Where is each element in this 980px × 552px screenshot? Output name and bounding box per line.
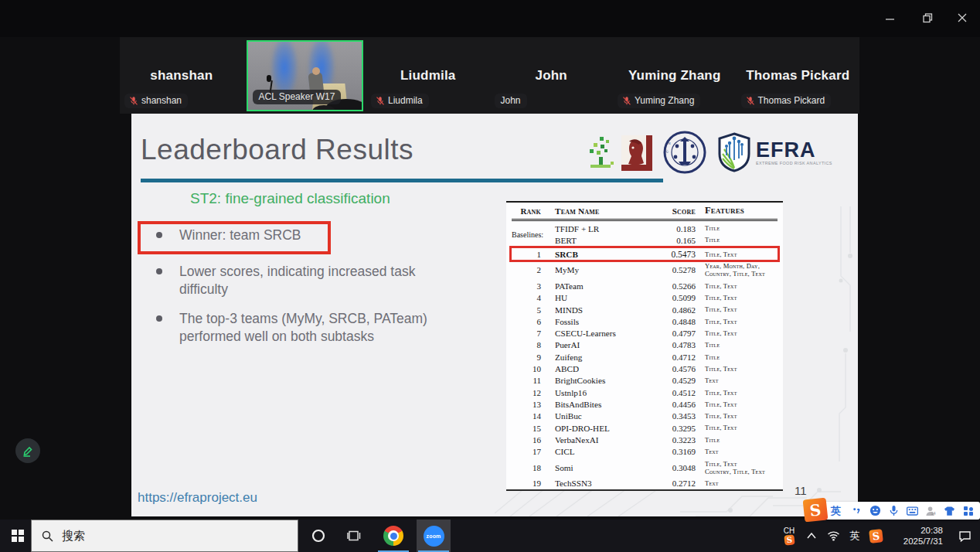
- cell-rank: 12: [512, 388, 546, 397]
- language-indicator[interactable]: 英: [844, 529, 866, 543]
- cell-features: Title, Text: [705, 412, 778, 420]
- table-row: 2MyMy0.5278Year, Month, Day,Country, Tit…: [512, 260, 778, 280]
- cell-rank: 11: [512, 376, 546, 385]
- column-header-score: Score: [646, 206, 696, 216]
- clock[interactable]: 20:38 2025/7/31: [892, 525, 943, 547]
- task-view-button[interactable]: [336, 520, 372, 552]
- sogou-logo-button[interactable]: S: [803, 498, 829, 523]
- sogou-ime-button[interactable]: S: [866, 530, 886, 543]
- cell-team: Ustnlp16: [555, 388, 646, 397]
- restore-icon: [923, 13, 933, 23]
- profile-button[interactable]: 34: [925, 505, 937, 516]
- cell-rank: 6: [512, 317, 546, 326]
- participant-tile[interactable]: LiudmilaLiudmila: [366, 37, 490, 114]
- cell-features: Title, Text: [705, 294, 778, 302]
- cell-rank: 10: [512, 364, 546, 373]
- sogou-toolbar: 英 34: [818, 502, 980, 520]
- cell-team: ABCD: [555, 364, 646, 373]
- ime-mode-indicator[interactable]: CH S: [778, 526, 801, 545]
- feature-line: Title, Text: [705, 282, 778, 290]
- wifi-button[interactable]: [822, 530, 844, 541]
- annotate-button[interactable]: [15, 438, 40, 463]
- participant-name: Thomas Pickard: [737, 68, 860, 83]
- cell-score: 0.4712: [646, 353, 696, 362]
- emoji-icon: [869, 505, 881, 516]
- feature-line: Title, Text: [705, 400, 778, 408]
- feature-line: Country, Title, Text: [705, 468, 778, 475]
- cell-score: 0.3295: [646, 424, 696, 433]
- minimize-button[interactable]: [877, 8, 903, 28]
- bullet-dot-icon: [156, 232, 162, 238]
- participant-chip-label: Thomas Pickard: [758, 95, 825, 106]
- participant-chip-label: John: [501, 95, 521, 106]
- close-button[interactable]: [949, 8, 975, 28]
- cell-team: OPI-DRO-HEL: [555, 424, 646, 433]
- action-center-button[interactable]: [949, 530, 980, 542]
- column-header-features: Features: [705, 205, 778, 216]
- sogou-lang-button[interactable]: 英: [831, 504, 844, 518]
- punctuation-icon: [852, 506, 862, 516]
- zoom-taskbar-button[interactable]: zoom: [417, 520, 451, 552]
- bullet-text: Winner: team SRCB: [179, 227, 301, 243]
- feature-line: Title, Text: [705, 329, 778, 337]
- svg-text:N: N: [668, 141, 671, 145]
- baselines-label: Baselines:: [512, 230, 546, 239]
- skin-button[interactable]: [944, 505, 955, 516]
- baselines-block: Baselines:TFIDF + LR0.183TitleBERT0.165T…: [512, 221, 778, 248]
- voice-input-button[interactable]: [888, 505, 900, 516]
- participant-tile[interactable]: ACL Speaker W17: [243, 37, 367, 114]
- participant-tile[interactable]: Yuming ZhangYuming Zhang: [613, 37, 737, 114]
- cell-score: 0.4862: [646, 305, 696, 315]
- cell-team: TechSSN3: [555, 479, 646, 488]
- feature-line: Title, Text: [705, 305, 778, 313]
- cell-rank: 13: [512, 400, 546, 409]
- cell-score: 0.3048: [646, 463, 696, 472]
- cell-rank: 8: [512, 340, 546, 349]
- chrome-icon: [383, 526, 403, 546]
- cell-features: Text: [705, 377, 778, 384]
- punctuation-button[interactable]: [851, 505, 863, 516]
- cell-features: Title, TextCountry, Title, Text: [705, 460, 778, 475]
- restore-button[interactable]: [914, 8, 941, 28]
- logo-row: UN EFRA: [587, 131, 850, 174]
- table-row: 16VerbaNexAI0.3223Title: [512, 434, 778, 445]
- cell-features: Title, Text: [705, 424, 778, 431]
- soft-keyboard-button[interactable]: [907, 505, 918, 516]
- cell-score: 0.4576: [646, 364, 696, 373]
- chevron-up-icon: [807, 533, 816, 539]
- toolbox-button[interactable]: [962, 505, 974, 516]
- table-row: 6Fossils0.4848Title, Text: [512, 315, 778, 327]
- participant-tile[interactable]: Thomas PickardThomas Pickard: [737, 37, 860, 114]
- cell-features: Title, Text: [705, 329, 778, 337]
- participant-name: John: [490, 68, 614, 83]
- participant-video-strip: shanshanshanshanACL Speaker W17LiudmilaL…: [120, 37, 859, 114]
- participant-tile[interactable]: shanshanshanshan: [120, 37, 243, 114]
- presentation-slide: Leaderboard Results: [131, 114, 858, 516]
- leaderboard-table: RankTeam NameScoreFeaturesBaselines:TFID…: [506, 201, 783, 491]
- taskbar-search-box[interactable]: 搜索: [31, 520, 298, 552]
- participant-tile[interactable]: JohnJohn: [490, 37, 614, 114]
- cell-team: CICL: [555, 447, 646, 456]
- cell-team: Fossils: [555, 317, 646, 326]
- muted-mic-icon: [129, 96, 138, 106]
- cell-score: 0.5266: [646, 281, 696, 291]
- cell-team: MINDS: [555, 305, 646, 315]
- participant-name-chip: ACL Speaker W17: [253, 90, 342, 104]
- chrome-taskbar-button[interactable]: [376, 520, 410, 552]
- cell-team: BERT: [555, 236, 646, 245]
- cell-team: BrightCookies: [555, 376, 646, 385]
- cell-features: Title, Text: [705, 305, 778, 313]
- time-label: 20:38: [920, 525, 943, 536]
- participant-name-chip: shanshan: [124, 94, 188, 108]
- cortana-button[interactable]: [301, 520, 336, 552]
- emoji-button[interactable]: [869, 505, 881, 516]
- feature-line: Title, Text: [705, 318, 778, 325]
- screen: shanshanshanshanACL Speaker W17LiudmilaL…: [0, 0, 980, 552]
- muted-mic-icon: [746, 96, 755, 106]
- participant-chip-label: ACL Speaker W17: [259, 91, 335, 102]
- data-pixels-logo: [587, 135, 617, 172]
- cell-team: Zuifeng: [555, 353, 646, 362]
- cell-score: 0.4529: [646, 376, 696, 385]
- hidden-icons-button[interactable]: [801, 533, 822, 539]
- svg-text:34: 34: [931, 511, 936, 516]
